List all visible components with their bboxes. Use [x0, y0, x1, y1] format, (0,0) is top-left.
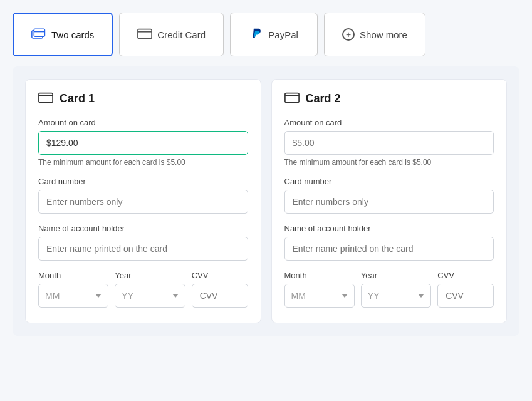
svg-rect-1: [34, 29, 44, 36]
card2-number-label: Card number: [284, 177, 494, 186]
card2-header: Card 2: [284, 92, 494, 105]
card1-title: Card 1: [60, 92, 95, 105]
card1-date-cvv-row: Month MM 010203 040506 070809 101112 Yea…: [38, 271, 248, 308]
card1-cvv-label: CVV: [192, 271, 248, 280]
card2-number-group: Card number: [284, 177, 494, 214]
two-cards-icon: [31, 28, 46, 41]
card1-month-group: Month MM 010203 040506 070809 101112: [38, 271, 108, 308]
card1-month-select[interactable]: MM 010203 040506 070809 101112: [38, 284, 108, 308]
card1-holder-input[interactable]: [38, 237, 248, 261]
card2-month-select[interactable]: MM 010203 040506 070809 101112: [284, 284, 355, 308]
card1-year-group: Year YY 242526 272829: [115, 271, 185, 308]
paypal-icon: [249, 27, 263, 43]
cards-container: Card 1 Amount on card The minimum amount…: [13, 66, 519, 336]
card1-number-group: Card number: [38, 177, 248, 214]
tab-two-cards[interactable]: Two cards: [13, 13, 113, 56]
tab-show-more-label: Show more: [360, 29, 407, 40]
tab-two-cards-label: Two cards: [51, 29, 94, 40]
tab-paypal[interactable]: PayPal: [230, 13, 318, 56]
card1-number-label: Card number: [38, 177, 248, 186]
card2-cvv-label: CVV: [437, 271, 494, 280]
card2-date-cvv-row: Month MM 010203 040506 070809 101112 Yea…: [284, 271, 494, 308]
card1-cvv-group: CVV: [192, 271, 248, 308]
tab-credit-card-label: Credit Card: [157, 29, 206, 40]
card2-amount-hint: The minimum amount for each card is $5.0…: [284, 158, 494, 167]
svg-rect-3: [138, 29, 152, 38]
card2-title: Card 2: [306, 92, 341, 105]
tab-paypal-label: PayPal: [268, 29, 298, 40]
card2-year-label: Year: [361, 271, 431, 280]
card1-icon: [38, 92, 53, 105]
card2-amount-group: Amount on card The minimum amount for ea…: [284, 118, 494, 167]
tab-credit-card[interactable]: Credit Card: [119, 13, 224, 56]
card2-holder-group: Name of account holder: [284, 224, 494, 261]
card1-holder-group: Name of account holder: [38, 224, 248, 261]
card2-year-select[interactable]: YY 242526 272829: [361, 284, 431, 308]
svg-rect-5: [39, 93, 53, 103]
card2-panel: Card 2 Amount on card The minimum amount…: [271, 79, 508, 323]
payment-tabs: Two cards Credit Card PayPal + Show more: [13, 13, 519, 56]
card1-amount-hint: The minimum amount for each card is $5.0…: [38, 158, 248, 167]
card2-icon: [284, 92, 300, 105]
card2-amount-label: Amount on card: [284, 118, 494, 127]
card2-holder-label: Name of account holder: [284, 224, 494, 233]
card1-amount-label: Amount on card: [38, 118, 248, 127]
card1-amount-group: Amount on card The minimum amount for ea…: [38, 118, 248, 167]
plus-circle-icon: +: [342, 28, 355, 41]
card1-header: Card 1: [38, 92, 248, 105]
card2-number-input[interactable]: [284, 190, 494, 214]
card1-year-label: Year: [115, 271, 185, 280]
card2-year-group: Year YY 242526 272829: [361, 271, 431, 308]
credit-card-icon: [137, 28, 152, 41]
tab-show-more[interactable]: + Show more: [324, 13, 425, 56]
card2-month-label: Month: [284, 271, 355, 280]
card2-month-group: Month MM 010203 040506 070809 101112: [284, 271, 355, 308]
card1-month-label: Month: [38, 271, 108, 280]
card2-cvv-group: CVV: [437, 271, 494, 308]
card1-amount-input[interactable]: [38, 131, 248, 155]
card2-holder-input[interactable]: [284, 237, 494, 261]
card2-cvv-input[interactable]: [437, 284, 494, 308]
card1-year-select[interactable]: YY 242526 272829: [115, 284, 185, 308]
card1-panel: Card 1 Amount on card The minimum amount…: [25, 79, 261, 323]
card2-amount-input[interactable]: [284, 131, 494, 155]
card1-number-input[interactable]: [38, 190, 248, 214]
svg-rect-7: [284, 93, 298, 103]
card1-cvv-input[interactable]: [192, 284, 248, 308]
card1-holder-label: Name of account holder: [38, 224, 248, 233]
